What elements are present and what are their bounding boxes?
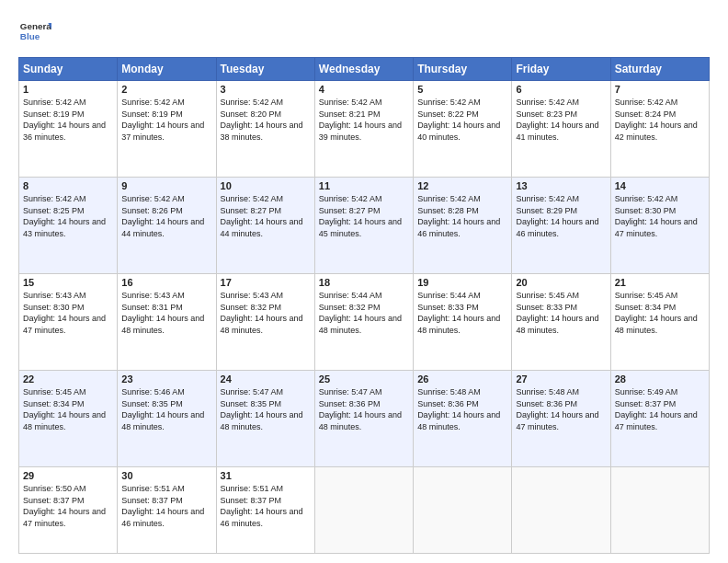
table-row: 11Sunrise: 5:42 AMSunset: 8:27 PMDayligh… — [314, 178, 413, 274]
day-number: 30 — [121, 470, 211, 481]
col-thursday: Thursday — [414, 58, 512, 81]
day-info: Sunrise: 5:47 AMSunset: 8:35 PMDaylight:… — [221, 386, 311, 432]
table-row: 15Sunrise: 5:43 AMSunset: 8:30 PMDayligh… — [19, 274, 118, 371]
table-row: 23Sunrise: 5:46 AMSunset: 8:35 PMDayligh… — [118, 371, 216, 467]
table-row: 21Sunrise: 5:45 AMSunset: 8:34 PMDayligh… — [610, 274, 709, 371]
day-number: 3 — [221, 84, 311, 95]
page: General Blue Sunday Monday Tuesday Wedne… — [0, 0, 728, 563]
svg-text:General: General — [20, 21, 51, 31]
table-row: 8Sunrise: 5:42 AMSunset: 8:25 PMDaylight… — [19, 178, 118, 274]
table-row: 22Sunrise: 5:45 AMSunset: 8:34 PMDayligh… — [19, 371, 118, 467]
day-info: Sunrise: 5:50 AMSunset: 8:37 PMDaylight:… — [23, 483, 113, 529]
day-info: Sunrise: 5:45 AMSunset: 8:34 PMDaylight:… — [23, 386, 113, 432]
day-number: 28 — [615, 373, 705, 385]
day-number: 14 — [615, 180, 705, 191]
table-row: 18Sunrise: 5:44 AMSunset: 8:32 PMDayligh… — [314, 274, 413, 371]
day-info: Sunrise: 5:42 AMSunset: 8:27 PMDaylight:… — [319, 193, 409, 239]
table-row: 13Sunrise: 5:42 AMSunset: 8:29 PMDayligh… — [512, 178, 610, 274]
table-row: 29Sunrise: 5:50 AMSunset: 8:37 PMDayligh… — [19, 467, 118, 554]
day-info: Sunrise: 5:42 AMSunset: 8:30 PMDaylight:… — [615, 193, 705, 239]
day-number: 13 — [516, 180, 606, 191]
day-info: Sunrise: 5:42 AMSunset: 8:21 PMDaylight:… — [319, 97, 409, 143]
day-number: 24 — [221, 373, 311, 385]
logo: General Blue — [18, 15, 55, 48]
day-info: Sunrise: 5:48 AMSunset: 8:36 PMDaylight:… — [516, 386, 606, 432]
col-friday: Friday — [512, 58, 610, 81]
table-row: 2Sunrise: 5:42 AMSunset: 8:19 PMDaylight… — [118, 81, 216, 178]
table-row: 28Sunrise: 5:49 AMSunset: 8:37 PMDayligh… — [610, 371, 709, 467]
day-number: 19 — [417, 277, 507, 288]
table-row: 19Sunrise: 5:44 AMSunset: 8:33 PMDayligh… — [414, 274, 512, 371]
day-number: 21 — [615, 277, 705, 288]
day-number: 5 — [417, 84, 507, 95]
day-info: Sunrise: 5:46 AMSunset: 8:35 PMDaylight:… — [121, 386, 211, 432]
table-row: 6Sunrise: 5:42 AMSunset: 8:23 PMDaylight… — [512, 81, 610, 178]
table-row: 10Sunrise: 5:42 AMSunset: 8:27 PMDayligh… — [216, 178, 314, 274]
table-row: 4Sunrise: 5:42 AMSunset: 8:21 PMDaylight… — [314, 81, 413, 178]
col-monday: Monday — [118, 58, 216, 81]
table-row: 14Sunrise: 5:42 AMSunset: 8:30 PMDayligh… — [610, 178, 709, 274]
day-info: Sunrise: 5:43 AMSunset: 8:30 PMDaylight:… — [23, 290, 113, 336]
table-row — [414, 467, 512, 554]
day-info: Sunrise: 5:42 AMSunset: 8:27 PMDaylight:… — [221, 193, 311, 239]
table-row: 9Sunrise: 5:42 AMSunset: 8:26 PMDaylight… — [118, 178, 216, 274]
day-number: 15 — [23, 277, 113, 288]
day-info: Sunrise: 5:47 AMSunset: 8:36 PMDaylight:… — [319, 386, 409, 432]
table-row: 5Sunrise: 5:42 AMSunset: 8:22 PMDaylight… — [414, 81, 512, 178]
day-number: 26 — [417, 373, 507, 385]
table-row — [610, 467, 709, 554]
day-number: 12 — [417, 180, 507, 191]
day-number: 17 — [221, 277, 311, 288]
table-row: 30Sunrise: 5:51 AMSunset: 8:37 PMDayligh… — [118, 467, 216, 554]
day-info: Sunrise: 5:42 AMSunset: 8:23 PMDaylight:… — [516, 97, 606, 143]
day-info: Sunrise: 5:42 AMSunset: 8:19 PMDaylight:… — [121, 97, 211, 143]
day-info: Sunrise: 5:42 AMSunset: 8:29 PMDaylight:… — [516, 193, 606, 239]
table-row: 16Sunrise: 5:43 AMSunset: 8:31 PMDayligh… — [118, 274, 216, 371]
day-info: Sunrise: 5:42 AMSunset: 8:26 PMDaylight:… — [121, 193, 211, 239]
logo-icon: General Blue — [18, 15, 51, 48]
calendar-header-row: Sunday Monday Tuesday Wednesday Thursday… — [19, 58, 710, 81]
col-sunday: Sunday — [19, 58, 118, 81]
table-row: 7Sunrise: 5:42 AMSunset: 8:24 PMDaylight… — [610, 81, 709, 178]
day-number: 10 — [221, 180, 311, 191]
table-row: 26Sunrise: 5:48 AMSunset: 8:36 PMDayligh… — [414, 371, 512, 467]
col-tuesday: Tuesday — [216, 58, 314, 81]
table-row: 25Sunrise: 5:47 AMSunset: 8:36 PMDayligh… — [314, 371, 413, 467]
day-number: 11 — [319, 180, 409, 191]
day-number: 27 — [516, 373, 606, 385]
col-wednesday: Wednesday — [314, 58, 413, 81]
day-info: Sunrise: 5:48 AMSunset: 8:36 PMDaylight:… — [417, 386, 507, 432]
day-info: Sunrise: 5:44 AMSunset: 8:33 PMDaylight:… — [417, 290, 507, 336]
day-number: 29 — [23, 470, 113, 481]
table-row: 31Sunrise: 5:51 AMSunset: 8:37 PMDayligh… — [216, 467, 314, 554]
day-info: Sunrise: 5:42 AMSunset: 8:25 PMDaylight:… — [23, 193, 113, 239]
day-info: Sunrise: 5:45 AMSunset: 8:33 PMDaylight:… — [516, 290, 606, 336]
table-row: 20Sunrise: 5:45 AMSunset: 8:33 PMDayligh… — [512, 274, 610, 371]
day-info: Sunrise: 5:43 AMSunset: 8:31 PMDaylight:… — [121, 290, 211, 336]
day-info: Sunrise: 5:42 AMSunset: 8:24 PMDaylight:… — [615, 97, 705, 143]
day-number: 22 — [23, 373, 113, 385]
table-row: 24Sunrise: 5:47 AMSunset: 8:35 PMDayligh… — [216, 371, 314, 467]
day-info: Sunrise: 5:45 AMSunset: 8:34 PMDaylight:… — [615, 290, 705, 336]
calendar-table: Sunday Monday Tuesday Wednesday Thursday… — [18, 57, 710, 554]
table-row — [314, 467, 413, 554]
day-info: Sunrise: 5:51 AMSunset: 8:37 PMDaylight:… — [121, 483, 211, 529]
day-number: 23 — [121, 373, 211, 385]
table-row: 3Sunrise: 5:42 AMSunset: 8:20 PMDaylight… — [216, 81, 314, 178]
day-info: Sunrise: 5:43 AMSunset: 8:32 PMDaylight:… — [221, 290, 311, 336]
day-info: Sunrise: 5:42 AMSunset: 8:20 PMDaylight:… — [221, 97, 311, 143]
svg-text:Blue: Blue — [20, 31, 40, 41]
day-info: Sunrise: 5:44 AMSunset: 8:32 PMDaylight:… — [319, 290, 409, 336]
day-number: 16 — [121, 277, 211, 288]
col-saturday: Saturday — [610, 58, 709, 81]
table-row — [512, 467, 610, 554]
day-number: 18 — [319, 277, 409, 288]
day-number: 6 — [516, 84, 606, 95]
day-info: Sunrise: 5:51 AMSunset: 8:37 PMDaylight:… — [221, 483, 311, 529]
table-row: 17Sunrise: 5:43 AMSunset: 8:32 PMDayligh… — [216, 274, 314, 371]
day-number: 7 — [615, 84, 705, 95]
day-info: Sunrise: 5:42 AMSunset: 8:28 PMDaylight:… — [417, 193, 507, 239]
day-number: 20 — [516, 277, 606, 288]
day-number: 1 — [23, 84, 113, 95]
table-row: 27Sunrise: 5:48 AMSunset: 8:36 PMDayligh… — [512, 371, 610, 467]
